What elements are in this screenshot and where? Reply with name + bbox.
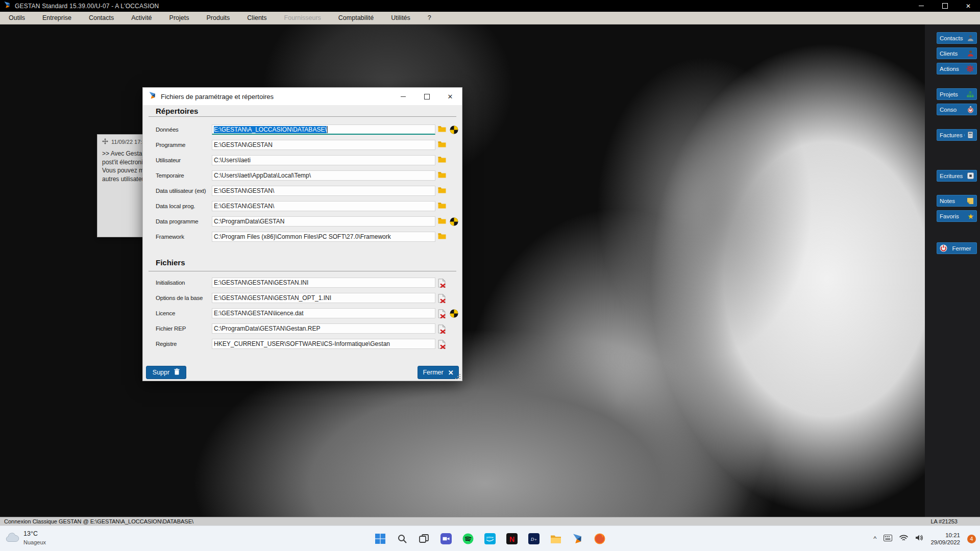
sidebar-actions-button[interactable]: Actions <box>937 63 977 74</box>
menu-utilites[interactable]: Utilités <box>382 14 419 21</box>
sidebar-favoris-button[interactable]: Favoris★ <box>937 210 977 222</box>
search-icon[interactable] <box>396 532 409 545</box>
sidebar-ecritures-button[interactable]: Ecritures <box>937 170 977 182</box>
sidebar-clients-button[interactable]: Clients <box>937 47 977 59</box>
maximize-button[interactable] <box>933 0 957 12</box>
field-label: Data utilisateur (ext) <box>156 188 206 194</box>
weather-widget[interactable]: 13°C Nuageux <box>5 530 46 547</box>
browse-folder-icon[interactable] <box>438 126 447 134</box>
field-label: Options de la base <box>156 295 203 301</box>
path-value: E:\GESTAN\GESTAN\ <box>214 187 274 194</box>
path-input-options-base[interactable]: E:\GESTAN\GESTAN\GESTAN_OPT_1.INI <box>212 293 435 303</box>
netflix-icon[interactable]: N <box>505 532 519 545</box>
suppr-button[interactable]: Suppr <box>146 366 186 379</box>
dialog-minimize-button[interactable] <box>391 88 415 105</box>
path-input-donnees[interactable]: E:\GESTAN\A_LOCCASION\DATABASE\ <box>212 124 435 135</box>
path-input-initialisation[interactable]: E:\GESTAN\GESTAN\GESTAN.INI <box>212 278 435 288</box>
menu-comptabilite[interactable]: Comptabilité <box>330 14 382 21</box>
path-value: C:\Program Files (x86)\Common Files\PC S… <box>214 233 391 240</box>
menu-produits[interactable]: Produits <box>198 14 238 21</box>
path-input-data-programme[interactable]: C:\ProgramData\GESTAN <box>212 216 435 227</box>
path-input-data-local[interactable]: E:\GESTAN\GESTAN\ <box>212 201 435 211</box>
gestan-logo-icon <box>149 91 157 102</box>
field-label: Data programme <box>156 218 198 224</box>
browse-folder-icon[interactable] <box>438 202 447 211</box>
dialog-fermer-button[interactable]: Fermer ✕ <box>418 366 459 379</box>
field-label: Initialisation <box>156 280 185 286</box>
field-row-programme: Programme E:\GESTAN\GESTAN <box>143 140 462 150</box>
path-value: E:\GESTAN\GESTAN\ <box>214 203 274 210</box>
file-delete-icon[interactable] <box>438 340 447 348</box>
browse-folder-icon[interactable] <box>438 217 447 226</box>
gestan-default-icon[interactable] <box>450 126 458 134</box>
close-button[interactable]: ✕ <box>957 0 980 12</box>
task-view-icon[interactable] <box>418 532 431 545</box>
dialog-fichiers-parametrage: Fichiers de paramétrage et répertoires ✕… <box>142 87 462 381</box>
menu-outils[interactable]: Outils <box>0 14 34 21</box>
dialog-close-button[interactable]: ✕ <box>438 88 462 105</box>
firefox-icon[interactable] <box>593 532 606 545</box>
notification-badge[interactable]: 4 <box>967 535 976 543</box>
prime-video-icon[interactable]: prime <box>483 532 497 545</box>
sidebar-fermer-button[interactable]: Fermer <box>937 242 977 254</box>
file-delete-icon[interactable] <box>438 324 447 333</box>
file-delete-icon[interactable] <box>438 294 447 303</box>
dialog-maximize-button[interactable] <box>415 88 438 105</box>
browse-folder-icon[interactable] <box>438 233 447 241</box>
tray-date: 29/09/2022 <box>930 539 960 545</box>
field-row-utilisateur: Utilisateur C:\Users\laeti <box>143 155 462 165</box>
move-handle-icon[interactable] <box>102 138 108 145</box>
path-input-temporaire[interactable]: C:\Users\laeti\AppData\Local\Temp\ <box>212 170 435 181</box>
path-input-licence[interactable]: E:\GESTAN\GESTAN\licence.dat <box>212 308 435 318</box>
disney-plus-icon[interactable]: D+ <box>527 532 541 545</box>
path-input-registre[interactable]: HKEY_CURRENT_USER\SOFTWARE\ICS-Informati… <box>212 339 435 349</box>
note-timestamp: 11/09/22 17:3 <box>111 139 145 145</box>
sidebar-contacts-button[interactable]: Contacts <box>937 32 977 44</box>
chat-icon[interactable] <box>439 532 453 545</box>
gestan-default-icon[interactable] <box>450 217 458 226</box>
menu-contacts[interactable]: Contacts <box>80 14 122 21</box>
field-row-registre: Registre HKEY_CURRENT_USER\SOFTWARE\ICS-… <box>143 339 462 349</box>
minimize-button[interactable] <box>910 0 933 12</box>
sidebar-notes-button[interactable]: Notes <box>937 195 977 207</box>
path-value: E:\GESTAN\GESTAN\licence.dat <box>214 310 304 317</box>
touch-keyboard-icon[interactable] <box>884 534 892 543</box>
file-delete-icon[interactable] <box>438 309 447 318</box>
network-icon[interactable] <box>899 534 908 543</box>
browse-folder-icon[interactable] <box>438 187 447 195</box>
menu-activite[interactable]: Activité <box>122 14 160 21</box>
file-explorer-icon[interactable] <box>549 532 562 545</box>
field-label: Fichier REP <box>156 325 186 332</box>
sidebar-factures-button[interactable]: Factures C <box>937 129 977 141</box>
sidebar-conso-button[interactable]: Conso <box>937 104 977 115</box>
field-label: Framework <box>156 234 184 240</box>
tray-expand-chevron[interactable]: ^ <box>873 535 876 542</box>
menu-help[interactable]: ? <box>419 14 440 21</box>
sidebar-projets-button[interactable]: Projets <box>937 88 977 100</box>
sidebar-label: Favoris <box>940 213 965 219</box>
resize-grip[interactable] <box>459 378 460 379</box>
menu-entreprise[interactable]: Entreprise <box>34 14 80 21</box>
path-input-data-utilisateur[interactable]: E:\GESTAN\GESTAN\ <box>212 186 435 196</box>
gestan-default-icon[interactable] <box>450 309 458 318</box>
menu-projets[interactable]: Projets <box>161 14 198 21</box>
gestan-logo-icon[interactable] <box>571 532 584 545</box>
path-input-utilisateur[interactable]: C:\Users\laeti <box>212 155 435 165</box>
field-label: Data local prog. <box>156 203 195 209</box>
path-input-fichier-rep[interactable]: C:\ProgramData\GESTAN\Gestan.REP <box>212 323 435 334</box>
path-input-programme[interactable]: E:\GESTAN\GESTAN <box>212 140 435 150</box>
browse-folder-icon[interactable] <box>438 171 447 180</box>
start-button[interactable] <box>374 532 387 545</box>
dialog-titlebar[interactable]: Fichiers de paramétrage et répertoires ✕ <box>143 88 462 105</box>
spotify-icon[interactable] <box>461 532 475 545</box>
browse-folder-icon[interactable] <box>438 156 447 165</box>
file-delete-icon[interactable] <box>438 279 447 287</box>
volume-icon[interactable] <box>915 534 923 543</box>
taskbar-icons: prime N D+ <box>374 526 606 551</box>
path-input-framework[interactable]: C:\Program Files (x86)\Common Files\PC S… <box>212 232 435 242</box>
star-icon: ★ <box>967 213 974 220</box>
menu-clients[interactable]: Clients <box>238 14 275 21</box>
browse-folder-icon[interactable] <box>438 141 447 149</box>
divider <box>149 116 456 117</box>
clock[interactable]: 10:21 29/09/2022 <box>930 532 960 546</box>
